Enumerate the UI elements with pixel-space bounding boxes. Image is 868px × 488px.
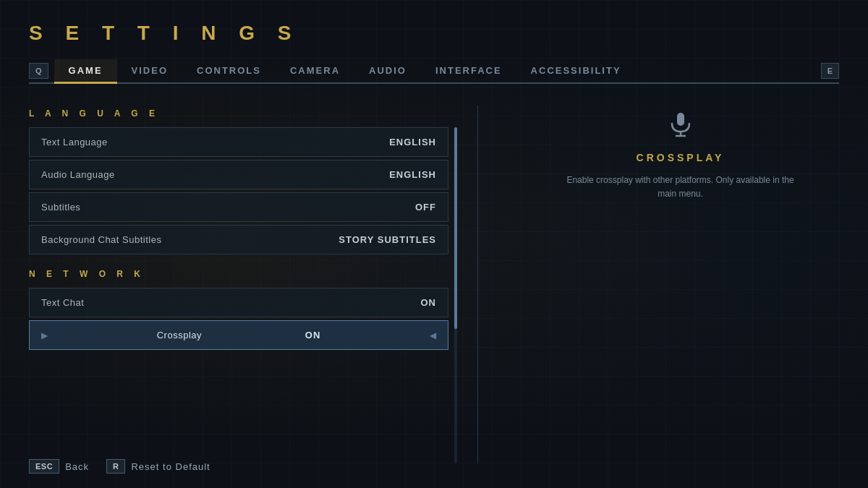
- tab-accessibility[interactable]: ACCESSIBILITY: [516, 59, 636, 84]
- bottom-bar: ESC Back R Reset to Default: [29, 459, 839, 474]
- setting-text-language-label: Text Language: [41, 137, 108, 147]
- back-action[interactable]: ESC Back: [29, 459, 89, 474]
- setting-subtitles[interactable]: Subtitles OFF: [29, 192, 448, 222]
- reset-action[interactable]: R Reset to Default: [106, 459, 210, 474]
- setting-background-chat-value: STORY SUBTITLES: [339, 234, 436, 245]
- left-panel: L A N G U A G E Text Language ENGLISH Au…: [29, 106, 463, 463]
- page-title: S E T T I N G S: [29, 22, 839, 45]
- info-panel-title: CROSSPLAY: [637, 152, 725, 163]
- panel-divider: [477, 106, 478, 463]
- tab-controls[interactable]: CONTROLS: [182, 59, 276, 84]
- crossplay-icon: [670, 113, 692, 143]
- setting-audio-language-value: ENGLISH: [389, 169, 436, 180]
- setting-subtitles-value: OFF: [415, 202, 436, 213]
- setting-text-chat-value: ON: [421, 297, 437, 308]
- tab-audio[interactable]: AUDIO: [354, 59, 421, 84]
- setting-text-language-value: ENGLISH: [389, 137, 436, 147]
- setting-text-chat[interactable]: Text Chat ON: [29, 288, 448, 317]
- setting-audio-language-label: Audio Language: [41, 169, 115, 180]
- tab-bar: Q GAME VIDEO CONTROLS CAMERA AUDIO INTER…: [29, 59, 839, 84]
- setting-crossplay[interactable]: ▶ Crossplay ON ◀: [29, 320, 448, 350]
- svg-rect-0: [677, 113, 684, 126]
- tab-camera[interactable]: CAMERA: [276, 59, 354, 84]
- reset-key-badge: R: [106, 459, 125, 474]
- tab-video[interactable]: VIDEO: [117, 59, 182, 84]
- tab-next-key[interactable]: E: [821, 63, 839, 79]
- setting-background-chat-label: Background Chat Subtitles: [41, 234, 161, 245]
- setting-text-chat-label: Text Chat: [41, 297, 84, 308]
- main-content: L A N G U A G E Text Language ENGLISH Au…: [29, 106, 839, 463]
- scroll-track[interactable]: [454, 127, 457, 463]
- tab-interface[interactable]: INTERFACE: [421, 59, 516, 84]
- tab-prev-key[interactable]: Q: [29, 63, 48, 79]
- scroll-thumb[interactable]: [454, 127, 457, 329]
- network-section-label: N E T W O R K: [29, 269, 448, 279]
- back-key-badge: ESC: [29, 459, 59, 474]
- language-section-label: L A N G U A G E: [29, 108, 448, 119]
- info-panel-description: Enable crossplay with other platforms. O…: [565, 174, 796, 201]
- setting-text-language[interactable]: Text Language ENGLISH: [29, 127, 448, 157]
- setting-subtitles-label: Subtitles: [41, 202, 80, 213]
- crossplay-arrow-right-icon: ◀: [430, 330, 436, 341]
- back-label: Back: [65, 461, 89, 472]
- setting-crossplay-label: Crossplay: [157, 330, 202, 341]
- setting-audio-language[interactable]: Audio Language ENGLISH: [29, 160, 448, 189]
- language-settings-list: Text Language ENGLISH Audio Language ENG…: [29, 127, 448, 254]
- tab-game[interactable]: GAME: [54, 59, 117, 84]
- network-settings-list: Text Chat ON ▶ Crossplay ON ◀: [29, 288, 448, 350]
- crossplay-arrow-left-icon: ▶: [41, 330, 48, 341]
- reset-label: Reset to Default: [131, 461, 210, 472]
- right-panel: CROSSPLAY Enable crossplay with other pl…: [493, 106, 839, 463]
- setting-background-chat[interactable]: Background Chat Subtitles STORY SUBTITLE…: [29, 225, 448, 254]
- setting-crossplay-value: ON: [305, 330, 321, 341]
